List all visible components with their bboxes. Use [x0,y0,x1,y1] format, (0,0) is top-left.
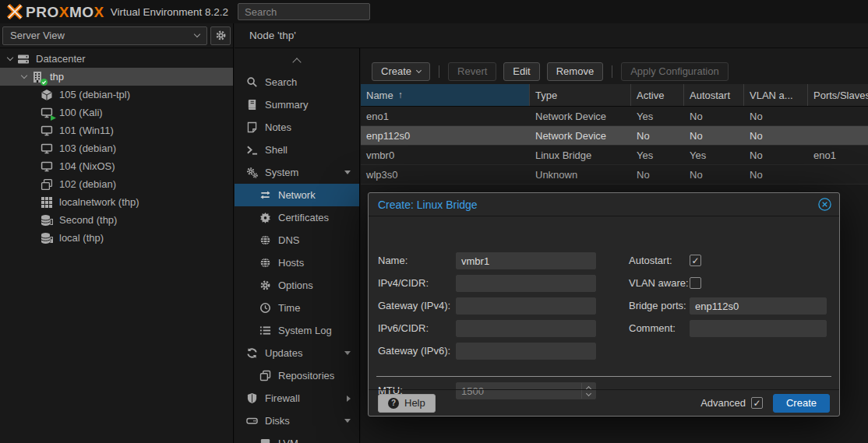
note-icon [245,121,258,134]
tree-expander-icon[interactable] [5,58,16,60]
tree-item-local[interactable]: local (thp) [0,229,233,247]
nav-item-network[interactable]: Network [235,184,359,206]
table-row-enp112s0[interactable]: enp112s0Network DeviceNoNoNo [361,126,868,146]
tree-item-104[interactable]: 104 (NixOS) [0,157,233,175]
field-label-name-: Name: [378,252,408,269]
column-header-type[interactable]: Type [530,84,631,106]
dialog-create-button[interactable]: Create [773,394,830,413]
gear-icon [214,30,227,42]
nav-item-updates[interactable]: Updates [235,342,359,364]
tree-item-label: Datacenter [36,53,86,65]
tree-item-label: thp [50,71,64,83]
book-icon [245,99,258,111]
field-label-gateway-ipv4-: Gateway (IPv4): [378,297,450,315]
logo-letter: MO [69,4,94,20]
cell-active: No [631,165,684,184]
tree-item-localnetwork[interactable]: localnetwork (thp) [0,193,233,211]
revert-button[interactable]: Revert [448,62,496,81]
tree-item-102[interactable]: 102 (debian) [0,175,233,193]
remove-button[interactable]: Remove [547,62,603,81]
tree-settings-button[interactable] [210,26,231,45]
nav-item-hosts[interactable]: Hosts [235,251,359,274]
cell-type: Unknown [530,165,631,184]
help-button[interactable]: ? Help [378,394,436,413]
nav-item-label: Search [265,76,297,88]
proxmox-logo: PROXMOX [6,4,104,19]
nav-item-options[interactable]: Options [235,274,359,297]
dialog-header[interactable]: Create: Linux Bridge [369,193,839,216]
node-nav-panel: SearchSummaryNotesShellSystemNetworkCert… [235,48,360,443]
proxmox-logo-text: PROXMOX [26,5,104,19]
edit-button[interactable]: Edit [503,62,539,81]
column-header-name[interactable]: Name↑ [361,84,530,106]
tree-item-label: 100 (Kali) [59,107,103,118]
nav-item-system[interactable]: System [235,161,359,184]
input-ipv6-cidr-[interactable] [456,320,596,337]
column-header-autostart[interactable]: Autostart [684,84,744,106]
column-header-ports-slaves[interactable]: Ports/Slaves [808,84,868,106]
tree-item-thp[interactable]: thp [0,68,233,86]
tree-item-100[interactable]: 100 (Kali) [0,104,233,121]
dialog-title: Create: Linux Bridge [378,199,478,211]
network-interfaces-table: Name↑TypeActiveAutostartVLAN a...Ports/S… [361,84,868,185]
checkbox-vlan-aware-[interactable] [690,277,701,289]
vm-monitor-icon [41,142,54,155]
nav-item-label: Notes [265,121,291,133]
global-search-input[interactable] [238,3,370,20]
caret-down-icon [344,171,351,174]
field-label-ipv6-cidr-: IPv6/CIDR: [378,320,429,337]
vm-monitor-icon [41,125,54,137]
nav-item-label: Time [278,302,300,314]
nav-item-label: Options [278,280,313,291]
advanced-checkbox[interactable]: ✓ [751,397,763,409]
view-selector-label: Server View [10,30,65,41]
table-row-wlp3s0[interactable]: wlp3s0UnknownNoNoNo [361,165,868,185]
nav-scroll-up[interactable] [235,48,359,71]
cell-vlan-a-: No [744,146,808,164]
nav-item-label: Repositories [278,370,334,381]
tree-item-103[interactable]: 103 (debian) [0,139,233,157]
nav-item-notes[interactable]: Notes [235,116,359,139]
tree-expander-icon[interactable] [19,76,30,78]
nav-item-summary[interactable]: Summary [235,93,359,116]
input-gateway-ipv6-[interactable] [456,343,596,360]
column-header-label: Ports/Slaves [813,90,868,101]
nav-item-certificates[interactable]: Certificates [235,206,359,229]
square-icon [259,438,271,443]
apply-configuration-label: Apply Configuration [630,65,718,77]
tree-item-datacenter[interactable]: Datacenter [0,50,233,68]
apply-configuration-button[interactable]: Apply Configuration [621,62,728,81]
tree-item-second[interactable]: Second (thp) [0,211,233,229]
column-header-active[interactable]: Active [631,84,684,106]
nav-item-search[interactable]: Search [235,71,359,93]
cell-vlan-a-: No [744,107,808,125]
nav-item-repositories[interactable]: Repositories [235,364,359,387]
nav-item-system-log[interactable]: System Log [235,319,359,342]
tree-item-105[interactable]: 105 (debian-tpl) [0,86,233,104]
table-row-vmbr0[interactable]: vmbr0Linux BridgeYesYesNoeno1 [361,146,868,165]
cell-type: Linux Bridge [530,146,631,164]
checkbox-autostart-[interactable]: ✓ [690,255,701,266]
nav-item-dns[interactable]: DNS [235,229,359,251]
input-ipv4-cidr-[interactable] [456,275,596,292]
view-selector-dropdown[interactable]: Server View [2,26,207,45]
close-icon[interactable] [818,198,831,211]
input-gateway-ipv4-[interactable] [456,297,596,315]
nav-item-firewall[interactable]: Firewall [235,387,359,410]
input-name-[interactable] [456,252,596,269]
tree-item-101[interactable]: 101 (Win11) [0,121,233,139]
nav-item-lvm[interactable]: LVM [235,432,359,443]
input-bridge-ports-[interactable] [690,297,827,315]
input-comment-[interactable] [690,320,827,337]
toolbar-separator [612,65,612,78]
column-header-vlan-a-[interactable]: VLAN a... [744,84,808,106]
storage-local-icon [41,232,54,244]
table-row-eno1[interactable]: eno1Network DeviceYesNoNo [361,107,868,126]
nav-item-disks[interactable]: Disks [235,410,359,432]
create-button[interactable]: Create [372,62,430,81]
nav-item-time[interactable]: Time [235,297,359,319]
terminal-icon [245,144,258,156]
cell-name: vmbr0 [361,146,530,164]
column-header-label: Autostart [690,90,730,101]
nav-item-shell[interactable]: Shell [235,139,359,161]
